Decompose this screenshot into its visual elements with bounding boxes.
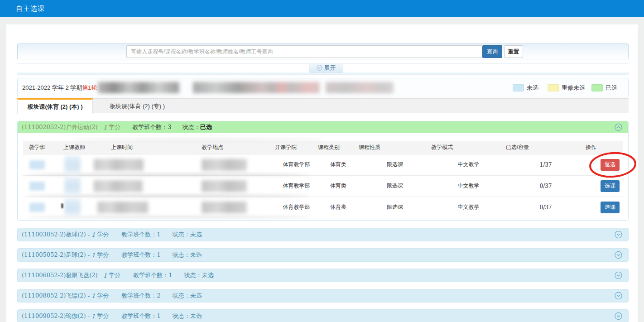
semester-text: 2021-2022 学年 2 学期第1轮 — [22, 78, 97, 97]
select-button[interactable]: 选课 — [601, 202, 620, 213]
class-row: 体育教学部 体育类 限选课 中文教学 1/37 退选 — [23, 154, 623, 175]
redacted-mark — [61, 203, 63, 208]
course-panel-collapsed[interactable]: (111008052-2)飞镖(2) - 1 学分 教学班个数：2 状态：未选 — [17, 289, 629, 303]
expand-chevron-down-icon[interactable] — [615, 272, 622, 279]
collapse-chevron-up-icon[interactable] — [615, 124, 622, 131]
course-credit: 1 — [103, 124, 107, 131]
course-panel-collapsed[interactable]: (111005052-2)足球(2) - 1 学分 教学班个数：1 状态：未选 — [17, 248, 629, 262]
expand-filters-tab[interactable]: 展开 — [309, 63, 343, 72]
collapsed-filter-bar — [17, 72, 629, 75]
query-button[interactable]: 查询 — [482, 45, 502, 58]
redacted-text-block — [326, 82, 394, 93]
redacted-class-name — [29, 160, 45, 169]
redacted-location — [202, 202, 247, 213]
status-legend: 未选 重修未选 已选 — [513, 78, 617, 97]
chevron-down-circle-icon — [317, 65, 322, 71]
app-header: 自主选课 — [0, 0, 644, 17]
course-code: (111002052-2)户外运动(2) — [22, 123, 98, 131]
expand-chevron-down-icon[interactable] — [615, 231, 622, 239]
page-title: 自主选课 — [16, 0, 45, 17]
course-header-selected[interactable]: (111002052-2)户外运动(2) - 1 学分 教学班个数：3 状态：已… — [18, 121, 628, 133]
redacted-teacher — [64, 156, 81, 173]
search-input[interactable] — [126, 45, 482, 58]
redacted-class-name — [29, 182, 45, 191]
search-panel: 查询 重置 — [17, 43, 629, 59]
expand-chevron-down-icon[interactable] — [615, 312, 622, 320]
redacted-location — [202, 159, 247, 171]
blur-smudge — [72, 139, 326, 141]
course-panel-collapsed[interactable]: (111003052-2)板球(2) - 1 学分 教学班个数：1 状态：未选 — [17, 228, 629, 241]
course-panel-collapsed[interactable]: (111009052-2)瑜伽(2) - 1 学分 教学班个数：1 状态：未选 — [17, 309, 629, 322]
legend-item-unselected: 未选 — [513, 84, 538, 92]
legend-swatch-unselected — [513, 84, 524, 91]
redacted-teacher — [64, 199, 81, 216]
reset-button[interactable]: 重置 — [504, 45, 523, 58]
content-card: 查询 重置 展开 2021-2022 学年 2 学期第1轮 未选 重修未选 已选… — [6, 24, 638, 322]
class-count: 教学班个数：3 — [132, 123, 171, 131]
withdraw-button[interactable]: 退选 — [601, 159, 620, 171]
redacted-class-name — [29, 203, 45, 212]
redacted-time — [94, 159, 144, 171]
redacted-time — [94, 180, 143, 192]
redacted-time — [97, 202, 148, 213]
tab-sports-zhuan[interactable]: 板块课(体育 (2) (专) ) — [93, 98, 182, 114]
expand-tab-label: 展开 — [324, 64, 336, 72]
tab-sports-ben[interactable]: 板块课(体育 (2) (本) ) — [17, 98, 93, 114]
class-table: 教学班 上课教师 上课时间 教学地点 开课学院 课程类别 课程性质 教学模式 已… — [23, 141, 623, 218]
redacted-teacher — [64, 178, 81, 195]
legend-swatch-retake — [548, 84, 559, 91]
table-header-row: 教学班 上课教师 上课时间 教学地点 开课学院 课程类别 课程性质 教学模式 已… — [23, 141, 623, 154]
semester-panel: 2021-2022 学年 2 学期第1轮 未选 重修未选 已选 — [17, 78, 629, 97]
expand-chevron-down-icon[interactable] — [615, 251, 622, 259]
class-table-wrap: 教学班 上课教师 上课时间 教学地点 开课学院 课程类别 课程性质 教学模式 已… — [18, 133, 628, 220]
course-status: 状态：已选 — [183, 123, 212, 131]
redacted-text-block — [193, 82, 320, 93]
expand-chevron-down-icon[interactable] — [615, 292, 622, 300]
legend-swatch-selected — [591, 84, 603, 91]
course-panel-expanded: (111002052-2)户外运动(2) - 1 学分 教学班个数：3 状态：已… — [17, 121, 629, 221]
legend-item-selected: 已选 — [591, 84, 617, 92]
class-row: 体育教学部 体育类 限选课 中文教学 0/37 选课 — [23, 175, 623, 197]
redacted-location — [202, 180, 247, 192]
class-row: 体育教学部 体育类 限选课 中文教学 0/37 选课 — [23, 197, 623, 218]
category-tabs: 板块课(体育 (2) (本) ) 板块课(体育 (2) (专) ) — [17, 98, 629, 113]
course-panel-collapsed[interactable]: (111006052-2)极限飞盘(2) - 1 学分 教学班个数：1 状态：未… — [17, 269, 629, 282]
legend-item-retake: 重修未选 — [548, 84, 585, 92]
redacted-text-block — [98, 82, 179, 93]
round-label: 第1轮 — [82, 84, 97, 91]
select-button[interactable]: 选课 — [601, 180, 620, 192]
